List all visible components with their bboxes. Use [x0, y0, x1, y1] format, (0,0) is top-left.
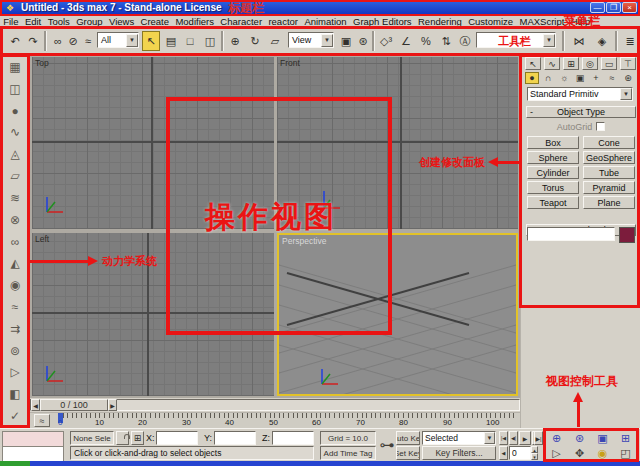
menu-create[interactable]: Create — [137, 16, 172, 27]
progress-strip — [0, 461, 30, 466]
spinner-down-icon[interactable]: ▾ — [531, 453, 538, 460]
axis-tripod — [42, 360, 68, 386]
annotation-operate-viewport: 操作视图 — [205, 202, 337, 232]
selection-lock-toggle[interactable] — [116, 431, 129, 445]
tick-label: 60 — [312, 418, 321, 427]
tick-label: 100 — [486, 418, 499, 427]
menu-edit[interactable]: Edit — [22, 16, 45, 27]
grid-axis — [400, 57, 402, 229]
x-label: X: — [146, 431, 155, 445]
menu-rendering[interactable]: Rendering — [415, 16, 465, 27]
menu-customize[interactable]: Customize — [465, 16, 516, 27]
viewport-top-label[interactable]: Top — [35, 58, 49, 68]
current-frame-field[interactable]: 0 — [509, 446, 531, 460]
annotation-arrow-shaft — [30, 260, 90, 263]
tick-label: 20 — [138, 418, 147, 427]
annotation-box-nav-controls — [543, 428, 639, 462]
menu-maxscript[interactable]: MAXScript — [516, 16, 567, 27]
annotation-toolbar: 工具栏 — [498, 36, 531, 47]
tick-label: 30 — [182, 418, 191, 427]
spinner-up-icon[interactable]: ▴ — [531, 446, 538, 453]
menu-group[interactable]: Group — [73, 16, 106, 27]
track-bar[interactable]: ≈ 0 10 20 30 40 50 60 70 80 90 100 — [30, 412, 520, 429]
annotation-title-bar: 标题栏 — [228, 2, 264, 14]
tick-label: 40 — [225, 418, 234, 427]
key-icon: ⊶ — [378, 435, 396, 455]
chevron-down-icon[interactable]: ▼ — [484, 432, 495, 444]
time-slider-row: ◀ 0 / 100 ▶ — [30, 398, 520, 412]
tick-label: 70 — [356, 418, 365, 427]
time-slider-back-button[interactable]: ◀ — [31, 399, 40, 411]
set-key-button[interactable]: Set Key — [396, 446, 420, 460]
selection-set-dropdown[interactable]: Selected ▼ — [422, 431, 496, 445]
menu-modifiers[interactable]: Modifiers — [172, 16, 217, 27]
menu-animation[interactable]: Animation — [301, 16, 350, 27]
time-slider-handle[interactable]: 0 / 100 — [40, 399, 108, 411]
mini-curve-editor-icon[interactable]: ≈ — [34, 414, 50, 427]
go-to-start-button[interactable]: |◀ — [499, 431, 508, 445]
absolute-offset-toggle[interactable]: ⊞ — [131, 431, 144, 445]
track-bar-ruler[interactable]: 0 10 20 30 40 50 60 70 80 90 100 — [58, 413, 518, 429]
annotation-box-command-panel — [519, 54, 640, 308]
axis-tripod — [317, 363, 343, 389]
key-filters-button[interactable]: Key Filters... — [422, 446, 496, 460]
y-coordinate-field[interactable] — [214, 431, 256, 445]
tick-label: 90 — [443, 418, 452, 427]
time-slider-forward-button[interactable]: ▶ — [108, 399, 117, 411]
auto-key-button[interactable]: Auto Key — [396, 431, 420, 445]
prompt-line: Click or click-and-drag to select object… — [70, 446, 314, 460]
go-to-end-button[interactable]: ▶| — [534, 431, 543, 445]
selection-status: None Sele — [70, 431, 114, 445]
x-coordinate-field[interactable] — [156, 431, 198, 445]
annotation-menu-bar: 菜单栏 — [564, 15, 600, 27]
annotation-arrow-shaft — [497, 161, 519, 164]
annotation-box-title-bar — [0, 0, 640, 16]
play-button[interactable]: ▶ — [519, 431, 531, 445]
maxscript-listener-input[interactable] — [2, 446, 64, 462]
z-coordinate-field[interactable] — [272, 431, 314, 445]
axis-tripod — [42, 191, 68, 217]
annotation-create-modify-panel: 创建修改面板 — [419, 157, 485, 168]
annotation-box-toolbar — [0, 26, 640, 56]
tick-label: 10 — [95, 418, 104, 427]
annotation-box-reactor-toolbar — [0, 54, 30, 428]
y-label: Y: — [204, 431, 212, 445]
menu-tools[interactable]: Tools — [44, 16, 73, 27]
frame-spinner[interactable]: ▴ ▾ — [531, 446, 538, 460]
3ds-max-window: ❖ Untitled - 3ds max 7 - Stand-alone Lic… — [0, 0, 640, 466]
maxscript-listener-macro[interactable] — [2, 431, 64, 447]
key-mode-toggle[interactable]: ◀ — [499, 446, 508, 460]
frame-indicator-label: 0 — [58, 418, 62, 427]
menu-file[interactable]: File — [0, 16, 22, 27]
annotation-dynamics-system: 动力学系统 — [102, 256, 157, 267]
z-label: Z: — [262, 431, 270, 445]
viewport-front-label[interactable]: Front — [280, 58, 300, 68]
selection-set-value: Selected — [423, 433, 484, 443]
annotation-arrowhead — [88, 256, 98, 266]
grid-size-status: Grid = 10.0 — [320, 431, 376, 445]
add-time-tag[interactable]: Add Time Tag — [320, 446, 376, 460]
viewport-left-label[interactable]: Left — [35, 234, 49, 244]
menu-reactor[interactable]: reactor — [265, 16, 301, 27]
tick-label: 50 — [269, 418, 278, 427]
menu-graph-editors[interactable]: Graph Editors — [350, 16, 415, 27]
grid-axis — [151, 57, 153, 229]
annotation-arrow-shaft — [577, 401, 580, 427]
tick-label: 80 — [399, 418, 408, 427]
previous-frame-button[interactable]: ◀| — [509, 431, 518, 445]
menu-views[interactable]: Views — [106, 16, 138, 27]
menu-character[interactable]: Character — [217, 16, 265, 27]
annotation-view-controls: 视图控制工具 — [546, 375, 618, 387]
